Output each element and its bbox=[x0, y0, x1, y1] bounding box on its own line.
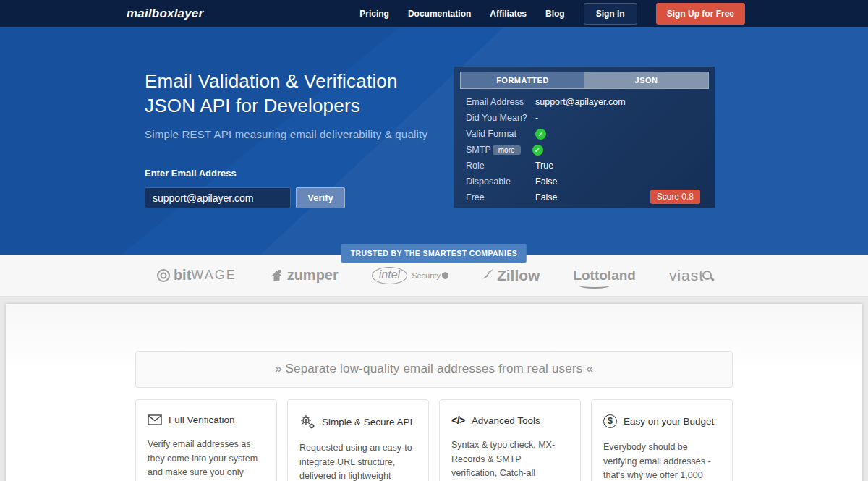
row-value: - bbox=[535, 113, 538, 123]
row-label: Email Address bbox=[466, 97, 535, 107]
tab-json[interactable]: JSON bbox=[584, 72, 708, 88]
code-icon: </> bbox=[451, 414, 465, 426]
row-label: Valid Format bbox=[466, 129, 535, 139]
zillow-text: Zillow bbox=[497, 267, 540, 284]
hero-content: Email Validation & Verification JSON API… bbox=[145, 69, 427, 208]
zumper-text: zumper bbox=[287, 267, 339, 284]
lottoland-smile-icon bbox=[579, 282, 610, 289]
row-value: False bbox=[535, 192, 558, 203]
logo-lottoland: Lottoland bbox=[573, 268, 636, 284]
logo-intel-security: intel Security bbox=[372, 267, 448, 284]
row-label: SMTP bbox=[466, 145, 491, 155]
sign-up-button[interactable]: Sign Up for Free bbox=[656, 3, 745, 25]
card-body: Syntax & typo check, MX-Records & SMTP v… bbox=[451, 438, 569, 481]
row-value: False bbox=[535, 176, 558, 187]
nav-link-blog[interactable]: Blog bbox=[545, 9, 565, 19]
row-label: Disposable bbox=[466, 176, 535, 187]
feature-card-easy-budget: $ Easy on your Budget Everybody should b… bbox=[591, 399, 733, 481]
content-panel: » Separate low-quality email addresses f… bbox=[6, 304, 862, 481]
logo-zillow: Zillow bbox=[482, 267, 540, 284]
nav-link-affiliates[interactable]: Affiliates bbox=[490, 9, 527, 19]
bitwage-text2: WAGE bbox=[191, 268, 236, 283]
email-form: Verify bbox=[145, 187, 427, 208]
sign-in-button[interactable]: Sign In bbox=[584, 3, 637, 25]
score-badge: Score 0.8 bbox=[650, 190, 700, 204]
nav-link-pricing[interactable]: Pricing bbox=[359, 9, 389, 19]
card-title: Easy on your Budget bbox=[624, 416, 714, 427]
zillow-icon bbox=[482, 269, 495, 281]
page-title: Email Validation & Verification JSON API… bbox=[145, 69, 427, 118]
feature-card-advanced-tools: </> Advanced Tools Syntax & typo check, … bbox=[439, 399, 581, 481]
result-row-disposable: Disposable False bbox=[466, 174, 703, 190]
card-body: Everybody should be verifying email addr… bbox=[603, 440, 720, 481]
check-icon: ✓ bbox=[532, 145, 543, 156]
card-body: Requested using an easy-to-integrate URL… bbox=[299, 441, 417, 481]
email-input[interactable] bbox=[145, 187, 291, 208]
gears-icon bbox=[299, 414, 315, 429]
shield-icon bbox=[442, 272, 448, 279]
more-badge[interactable]: more bbox=[493, 145, 521, 155]
logo-viasto: viast bbox=[669, 267, 712, 284]
hero-section: Email Validation & Verification JSON API… bbox=[0, 27, 868, 255]
result-row-email: Email Address support@apilayer.com bbox=[466, 94, 703, 110]
result-row-smtp: SMTP more ✓ bbox=[466, 142, 703, 158]
magnifier-icon bbox=[702, 271, 712, 280]
navbar: mailboxlayer Pricing Documentation Affil… bbox=[0, 0, 868, 27]
hero-background bbox=[0, 27, 868, 255]
verify-button[interactable]: Verify bbox=[296, 187, 345, 208]
feature-card-simple-secure-api: Simple & Secure API Requested using an e… bbox=[287, 399, 429, 481]
result-row-free: Free False Score 0.8 bbox=[466, 190, 703, 205]
intel-security-text: Security bbox=[412, 271, 441, 280]
dollar-icon: $ bbox=[603, 414, 617, 428]
email-input-label: Enter Email Address bbox=[145, 168, 427, 179]
card-title: Advanced Tools bbox=[472, 415, 540, 426]
quote-box: » Separate low-quality email addresses f… bbox=[135, 351, 733, 388]
brand-logo[interactable]: mailboxlayer bbox=[127, 7, 203, 21]
tab-formatted[interactable]: FORMATTED bbox=[461, 72, 584, 88]
row-value: support@apilayer.com bbox=[535, 97, 626, 107]
result-tabs: FORMATTED JSON bbox=[460, 72, 709, 89]
intel-oval-text: intel bbox=[372, 267, 407, 284]
result-row-valid-format: Valid Format ✓ bbox=[466, 126, 703, 142]
viasto-text: viast bbox=[669, 267, 704, 284]
card-title: Simple & Secure API bbox=[322, 417, 412, 427]
result-rows: Email Address support@apilayer.com Did Y… bbox=[460, 94, 709, 205]
zumper-house-icon bbox=[270, 269, 284, 282]
page-title-line2: JSON API for Developers bbox=[145, 93, 427, 118]
result-panel: FORMATTED JSON Email Address support@api… bbox=[454, 67, 715, 208]
lottoland-text: Lottoland bbox=[573, 268, 636, 284]
feature-card-full-verification: Full Verification Verify email addresses… bbox=[135, 399, 277, 481]
row-value: True bbox=[535, 161, 553, 171]
nav-link-documentation[interactable]: Documentation bbox=[408, 9, 471, 19]
bitwage-icon bbox=[156, 268, 171, 283]
quote-text: » Separate low-quality email addresses f… bbox=[275, 362, 593, 375]
result-row-role: Role True bbox=[466, 158, 703, 174]
page-subtitle: Simple REST API measuring email delivera… bbox=[145, 128, 427, 140]
card-body: Verify email addresses as they come into… bbox=[148, 438, 265, 481]
nav-links: Pricing Documentation Affiliates Blog Si… bbox=[359, 3, 745, 25]
row-label: Did You Mean? bbox=[466, 113, 535, 123]
check-icon: ✓ bbox=[535, 129, 546, 140]
row-label: Free bbox=[466, 192, 535, 203]
card-title: Full Verification bbox=[169, 414, 235, 425]
logo-zumper: zumper bbox=[270, 267, 339, 284]
row-label: Role bbox=[466, 161, 535, 171]
feature-cards: Full Verification Verify email addresses… bbox=[135, 399, 733, 481]
envelope-icon bbox=[148, 414, 162, 425]
bitwage-text: bit bbox=[174, 267, 191, 284]
page-title-line1: Email Validation & Verification bbox=[145, 69, 427, 93]
trusted-banner: TRUSTED BY THE SMARTEST COMPANIES bbox=[341, 244, 527, 263]
logo-bitwage: bit WAGE bbox=[156, 267, 237, 284]
result-row-didyoumean: Did You Mean? - bbox=[466, 110, 703, 126]
